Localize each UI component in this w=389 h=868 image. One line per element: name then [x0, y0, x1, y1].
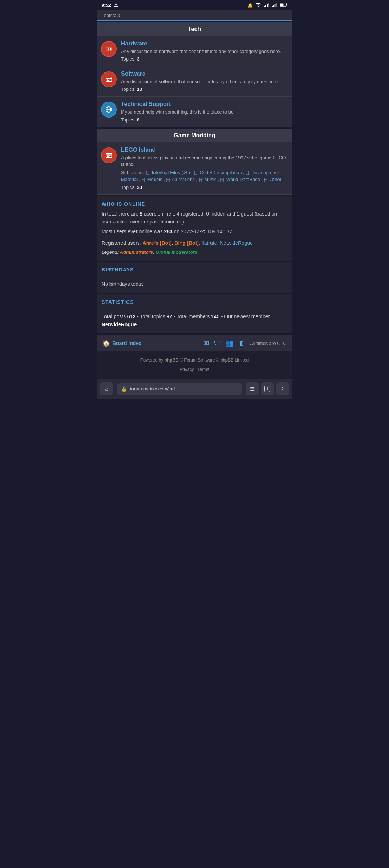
user-ahrefs[interactable]: Ahrefs [Bot]: [143, 240, 172, 246]
home-browser-btn[interactable]: ⌂: [100, 382, 113, 395]
lego-island-title[interactable]: LEGO Island: [121, 147, 288, 153]
svg-rect-9: [287, 4, 287, 6]
subforum-link-interleaf[interactable]: Interleaf Files (.SI): [146, 170, 191, 175]
hardware-title[interactable]: Hardware: [121, 40, 288, 47]
software-topics: Topics: 10: [121, 87, 288, 92]
software-desc: Any discussion of software that doesn't …: [121, 79, 288, 85]
technical-support-topics: Topics: 8: [121, 117, 288, 123]
legend-line: Legend: Administrators, Global moderator…: [102, 249, 287, 256]
tech-forums: Hardware Any discussion of hardware that…: [97, 36, 292, 127]
svg-rect-7: [276, 3, 277, 7]
users-icon[interactable]: 👥: [225, 339, 233, 347]
lego-island-topics: Topics: 20: [121, 185, 288, 190]
svg-rect-6: [274, 4, 276, 7]
software-title[interactable]: Software: [121, 71, 288, 77]
alarm-icon: 🔔: [247, 3, 253, 8]
terms-link[interactable]: Terms: [197, 367, 209, 372]
nav-icons: ✉ 🛡 👥 🗑 All times are UTC: [204, 339, 287, 347]
statistics-header: STATISTICS: [102, 299, 287, 305]
svg-point-25: [107, 154, 108, 154]
subforum-link-code[interactable]: Code/Decompilation: [194, 170, 243, 175]
svg-rect-31: [194, 171, 197, 175]
status-time: 9:52 ⚠: [102, 3, 118, 8]
svg-rect-41: [221, 178, 223, 182]
who-is-online-header: WHO IS ONLINE: [102, 201, 287, 207]
bottom-nav: 🏠 Board index ✉ 🛡 👥 🗑 All times are UTC: [97, 335, 292, 351]
who-is-online-section: WHO IS ONLINE In total there are 5 users…: [97, 196, 292, 261]
svg-rect-10: [280, 4, 284, 6]
game-modding-forums: LEGO Island A place to discuss playing a…: [97, 142, 292, 195]
subforum-link-worlddb[interactable]: World DataBase: [220, 177, 261, 182]
more-btn[interactable]: ⋮: [276, 382, 289, 395]
statistics-section: STATISTICS Total posts 612 • Total topic…: [97, 294, 292, 334]
svg-rect-4: [272, 6, 273, 7]
status-icons: 🔔: [247, 2, 287, 8]
more-icon: ⋮: [280, 386, 285, 392]
svg-rect-37: [167, 178, 169, 182]
footer: Powered by phpBB ® Forum Software © phpB…: [97, 351, 292, 378]
privacy-link[interactable]: Privacy: [180, 367, 194, 372]
lego-island-subforums: Subforums: Interleaf Files (.SI) , Code/…: [121, 169, 288, 183]
forum-technical-support[interactable]: Technical Support If you need help with …: [97, 97, 292, 127]
forum-hardware[interactable]: Hardware Any discussion of hardware that…: [97, 36, 292, 66]
home-browser-icon: ⌂: [105, 386, 108, 392]
lock-icon: 🔒: [121, 386, 127, 392]
subforum-link-animations[interactable]: Animations: [166, 177, 196, 182]
statistics-divider: [102, 309, 287, 309]
who-is-online-content: In total there are 5 users online :: 4 r…: [102, 210, 287, 256]
timezone-label: All times are UTC: [250, 341, 287, 346]
birthdays-content: No birthdays today: [102, 280, 287, 288]
birthdays-divider: [102, 276, 287, 276]
user-bing[interactable]: Bing [Bot]: [174, 240, 199, 246]
svg-rect-0: [264, 6, 265, 7]
newest-member[interactable]: NetwideRogue: [102, 322, 137, 327]
svg-rect-43: [264, 178, 267, 182]
subforum-link-other[interactable]: Other: [264, 177, 281, 182]
svg-point-26: [108, 154, 108, 154]
forum-lego-island[interactable]: LEGO Island A place to discuss playing a…: [97, 142, 292, 194]
url-text: forum.mattkc.com/ind: [130, 386, 175, 391]
signal1-icon: [264, 2, 269, 8]
browser-url-bar[interactable]: 🔒 forum.mattkc.com/ind: [117, 383, 242, 395]
tab-btn[interactable]: 1: [261, 382, 274, 395]
svg-rect-35: [142, 178, 144, 182]
trash-icon[interactable]: 🗑: [238, 340, 245, 347]
birthdays-section: BIRTHDAYS No birthdays today: [97, 262, 292, 293]
technical-support-info: Technical Support If you need help with …: [121, 101, 288, 122]
partial-top: Topics: 3: [97, 10, 292, 21]
browser-bar: ⌂ 🔒 forum.mattkc.com/ind ☰ 1 ⋮: [97, 379, 292, 399]
technical-support-desc: If you need help with something, this is…: [121, 109, 288, 115]
wifi-icon: [255, 2, 261, 8]
user-netwide[interactable]: NetwideRogue: [220, 240, 253, 246]
signal2-icon: [272, 2, 277, 8]
subforum-link-music[interactable]: Music: [199, 177, 218, 182]
subforum-link-models[interactable]: Models: [142, 177, 164, 182]
lego-island-icon: [101, 147, 117, 163]
online-peak: Most users ever online was 283 on 2022-1…: [102, 227, 287, 235]
browser-actions: ☰ 1 ⋮: [246, 382, 289, 395]
footer-powered: Powered by phpBB ® Forum Software © phpB…: [101, 356, 288, 364]
hardware-info: Hardware Any discussion of hardware that…: [121, 40, 288, 62]
lego-island-info: LEGO Island A place to discuss playing a…: [121, 147, 288, 190]
user-flatrute[interactable]: flatrute: [202, 240, 217, 246]
battery-icon: [280, 3, 287, 8]
category-tech: Tech: [97, 22, 292, 36]
shield-icon[interactable]: 🛡: [214, 340, 220, 347]
hardware-desc: Any discussion of hardware that doesn't …: [121, 48, 288, 55]
menu-icon: ☰: [250, 386, 255, 392]
technical-support-title[interactable]: Technical Support: [121, 101, 288, 107]
software-icon: [101, 71, 117, 87]
hardware-topics: Topics: 3: [121, 56, 288, 62]
online-users: Registered users: Ahrefs [Bot], Bing [Bo…: [102, 239, 287, 247]
forum-software[interactable]: Software Any discussion of software that…: [97, 66, 292, 97]
svg-rect-33: [246, 171, 249, 175]
birthdays-header: BIRTHDAYS: [102, 267, 287, 273]
board-index-link[interactable]: 🏠 Board index: [102, 339, 142, 347]
svg-rect-2: [267, 4, 268, 7]
mail-icon[interactable]: ✉: [204, 339, 209, 347]
menu-btn[interactable]: ☰: [246, 382, 259, 395]
home-icon: 🏠: [102, 339, 110, 347]
svg-rect-3: [268, 3, 269, 7]
svg-rect-29: [147, 171, 149, 175]
footer-links: Privacy | Terms: [101, 366, 288, 374]
